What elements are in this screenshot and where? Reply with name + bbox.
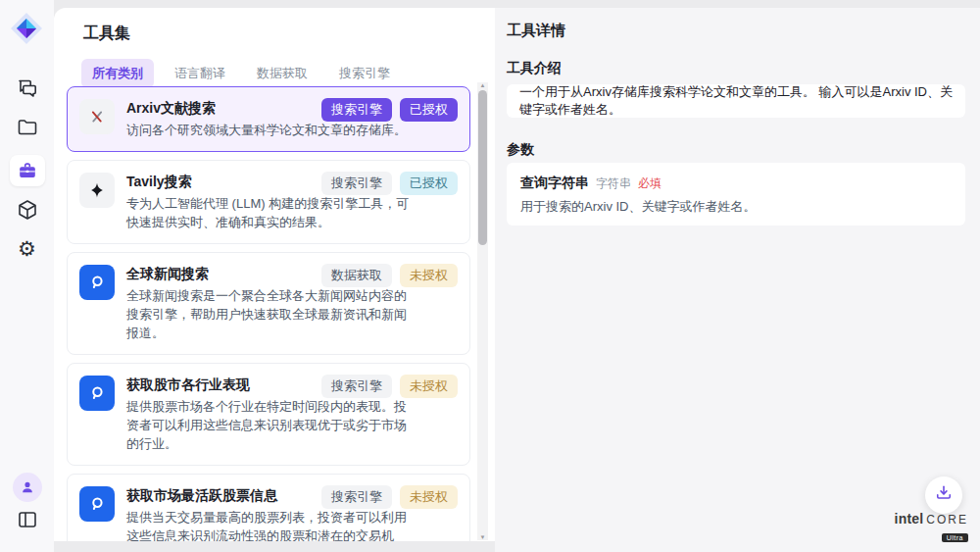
tab-all-categories[interactable]: 所有类别 — [81, 59, 154, 88]
category-badge: 搜索引擎 — [321, 375, 392, 398]
tool-description: 提供当天交易量最高的股票列表，投资者可以利用这些信息来识别流动性强的股票和潜在的… — [126, 508, 418, 541]
search-q-icon — [79, 265, 115, 300]
intro-heading: 工具介绍 — [507, 60, 562, 77]
sidebar-item-account[interactable] — [0, 473, 54, 502]
arxiv-x-icon — [79, 99, 115, 134]
download-button[interactable] — [925, 477, 962, 514]
param-card: 查询字符串 字符串 必填 用于搜索的Arxiv ID、关键字或作者姓名。 — [507, 163, 965, 226]
tool-description: 全球新闻搜索是一个聚合全球各大新闻网站内容的搜索引擎，帮助用户快速获取全球最新资… — [126, 286, 418, 342]
auth-status-badge: 已授权 — [400, 172, 458, 195]
param-required-badge: 必填 — [638, 176, 662, 192]
toolbox-icon — [17, 160, 38, 181]
ultra-badge: Ultra — [942, 533, 968, 542]
sidebar-item-files[interactable] — [0, 116, 54, 139]
cube-icon — [16, 198, 39, 222]
tool-card-most-active-stocks[interactable]: 获取市场最活跃股票信息 提供当天交易量最高的股票列表，投资者可以利用这些信息来识… — [67, 474, 470, 541]
tool-list-panel: 工具集 所有类别 语言翻译 数据获取 搜索引擎 Arxiv文献搜索 访问各个研究… — [54, 8, 495, 541]
user-icon — [19, 478, 36, 496]
sidebar-item-plugins[interactable] — [0, 198, 54, 222]
tab-data-acquisition[interactable]: 数据获取 — [246, 59, 318, 88]
core-wordmark: core — [926, 513, 968, 527]
active-nav-highlight — [10, 155, 45, 186]
sparkle-icon — [79, 173, 115, 208]
tool-card-global-news[interactable]: 全球新闻搜索 全球新闻搜索是一个聚合全球各大新闻网站内容的搜索引擎，帮助用户快速… — [67, 252, 470, 355]
tab-language-translation[interactable]: 语言翻译 — [164, 59, 236, 88]
param-type: 字符串 — [596, 176, 631, 192]
auth-status-badge: 未授权 — [400, 264, 458, 287]
search-q-icon — [79, 486, 115, 522]
avatar — [13, 473, 42, 502]
tool-description: 访问各个研究领域大量科学论文和文章的存储库。 — [126, 121, 418, 139]
intro-text: 一个用于从Arxiv存储库搜索科学论文和文章的工具。 输入可以是Arxiv ID… — [519, 83, 953, 119]
param-description: 用于搜索的Arxiv ID、关键字或作者姓名。 — [520, 198, 952, 216]
sidebar-item-settings[interactable]: ⚙ — [0, 237, 54, 261]
auth-status-badge: 未授权 — [400, 485, 458, 509]
download-arrow-icon — [934, 483, 954, 507]
tool-description: 专为人工智能代理 (LLM) 构建的搜索引擎工具，可快速提供实时、准确和真实的结… — [126, 194, 418, 231]
category-badge: 搜索引擎 — [321, 172, 392, 195]
list-scrollbar[interactable]: ▲ ▼ — [477, 82, 488, 540]
app-logo-icon[interactable] — [10, 12, 43, 45]
param-name: 查询字符串 — [520, 175, 589, 192]
auth-status-badge: 已授权 — [400, 98, 458, 122]
app-window: ⚙ 工具集 所有类别 语言翻译 数据获取 — [0, 0, 980, 552]
scrollbar-down-arrow-icon[interactable]: ▼ — [477, 534, 488, 540]
sidebar-item-layout[interactable] — [0, 508, 54, 531]
tool-card-list: Arxiv文献搜索 访问各个研究领域大量科学论文和文章的存储库。 搜索引擎 已授… — [67, 86, 470, 541]
tool-card-sector-performance[interactable]: 获取股市各行业表现 提供股票市场各个行业在特定时间段内的表现。投资者可以利用这些… — [67, 363, 470, 466]
intel-core-logo: intel core Ultra — [895, 511, 968, 544]
tool-description: 提供股票市场各个行业在特定时间段内的表现。投资者可以利用这些信息来识别表现优于或… — [126, 397, 418, 453]
scrollbar-thumb[interactable] — [478, 90, 487, 245]
intel-wordmark: intel — [895, 511, 924, 527]
category-badge: 搜索引擎 — [321, 98, 392, 122]
category-tabs: 所有类别 语言翻译 数据获取 搜索引擎 — [81, 59, 401, 88]
sidebar: ⚙ — [0, 0, 54, 552]
tool-card-tavily[interactable]: Tavily搜索 专为人工智能代理 (LLM) 构建的搜索引擎工具，可快速提供实… — [67, 160, 470, 244]
intro-card: 一个用于从Arxiv存储库搜索科学论文和文章的工具。 输入可以是Arxiv ID… — [507, 84, 965, 118]
params-heading: 参数 — [507, 141, 534, 159]
folder-icon — [16, 116, 39, 139]
page-title: 工具集 — [83, 24, 130, 44]
chat-icon — [16, 76, 39, 100]
search-q-icon — [79, 376, 115, 411]
tool-detail-panel: 工具详情 工具介绍 一个用于从Arxiv存储库搜索科学论文和文章的工具。 输入可… — [495, 8, 980, 552]
sidebar-item-tools-active[interactable] — [0, 155, 54, 186]
sidebar-item-chat[interactable] — [0, 76, 54, 100]
category-badge: 搜索引擎 — [321, 485, 392, 509]
gear-icon: ⚙ — [18, 237, 36, 261]
tab-search-engine[interactable]: 搜索引擎 — [328, 59, 401, 88]
category-badge: 数据获取 — [321, 264, 392, 287]
detail-title: 工具详情 — [507, 22, 565, 40]
scrollbar-up-arrow-icon[interactable]: ▲ — [477, 82, 488, 88]
auth-status-badge: 未授权 — [400, 375, 458, 398]
tool-card-arxiv[interactable]: Arxiv文献搜索 访问各个研究领域大量科学论文和文章的存储库。 搜索引擎 已授… — [67, 86, 470, 152]
panels-icon — [16, 508, 39, 531]
